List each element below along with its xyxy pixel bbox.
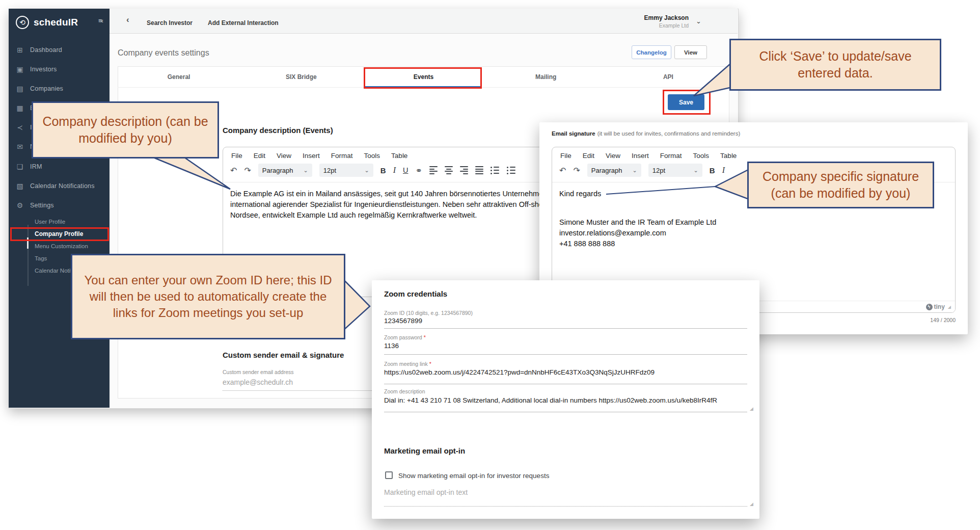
brand-name: schedulR <box>34 17 78 28</box>
link-icon[interactable]: ⚭ <box>415 166 422 175</box>
sidebar-item-investors[interactable]: ▣ Investors <box>16 63 57 75</box>
redo-icon[interactable]: ↷ <box>244 166 251 175</box>
topbar-link-add-external-interaction[interactable]: Add External Interaction <box>208 19 279 26</box>
sidebar-item-companies[interactable]: ▤ Companies <box>16 83 63 95</box>
topbar-link-search-investor[interactable]: Search Investor <box>147 19 193 26</box>
tiny-bolt-icon: ϟ <box>926 304 933 310</box>
callout-save: Click ‘Save’ to update/save entered data… <box>729 39 941 91</box>
menu-tools[interactable]: Tools <box>364 152 380 160</box>
custom-sender-email-input[interactable]: example@schedulr.ch <box>223 378 293 386</box>
sidebar-item-calendar-notifications[interactable]: ▧ Calendar Notifications <box>16 180 95 192</box>
menu-table[interactable]: Table <box>391 152 407 160</box>
menu-view[interactable]: View <box>277 152 291 160</box>
paragraph-select-value: Paragraph <box>262 167 293 174</box>
zoom-password-input[interactable]: 1136 <box>384 342 747 350</box>
section-heading-marketing-opt-in: Marketing email opt-in <box>384 446 465 455</box>
section-heading-zoom-credentials: Zoom credentials <box>384 289 447 298</box>
menu-insert[interactable]: Insert <box>632 152 649 160</box>
schedulr-logo-icon: ⟲ <box>16 16 29 29</box>
field-underline <box>384 506 747 507</box>
bold-icon[interactable]: B <box>710 166 715 175</box>
view-button[interactable]: View <box>674 45 707 59</box>
zoom-description-input[interactable]: Dial in: +41 43 210 71 08 Switzerland, A… <box>384 396 747 404</box>
undo-icon[interactable]: ↶ <box>230 166 237 175</box>
fontsize-select[interactable]: 12pt ⌄ <box>319 164 373 177</box>
menu-file[interactable]: File <box>560 152 571 160</box>
resize-handle-icon[interactable]: ◢ <box>750 501 753 507</box>
email-signature-label: Email signature <box>552 130 595 137</box>
sub-item-label: Tags <box>35 255 47 261</box>
align-center-icon[interactable] <box>445 166 453 174</box>
sidebar-item-label: Investors <box>30 66 57 73</box>
sidebar-item-label: Calendar Notifications <box>30 182 95 190</box>
redo-icon[interactable]: ↷ <box>573 166 580 175</box>
zoom-id-input[interactable]: 1234567899 <box>384 317 747 325</box>
user-menu[interactable]: Emmy Jackson Example Ltd <box>628 14 689 29</box>
back-chevron-icon[interactable]: ‹ <box>126 15 129 25</box>
menu-edit[interactable]: Edit <box>583 152 594 160</box>
user-company: Example Ltd <box>628 22 689 29</box>
investors-icon: ▣ <box>16 65 24 73</box>
numbered-list-icon[interactable] <box>507 167 516 174</box>
chat-icon: ❏ <box>16 163 24 171</box>
page-title: Company events settings <box>118 48 209 58</box>
required-mark: * <box>429 361 431 367</box>
sidebar-item-tags[interactable]: Tags <box>35 254 47 263</box>
tab-mailing[interactable]: Mailing <box>485 66 607 87</box>
underline-icon[interactable]: U <box>403 166 408 174</box>
email-signature-title: Email signature(it will be used for invi… <box>552 130 740 137</box>
menu-file[interactable]: File <box>231 152 242 160</box>
align-justify-icon[interactable] <box>475 166 483 174</box>
resize-handle-icon[interactable]: ◢ <box>948 305 951 309</box>
chevron-down-icon[interactable]: ⌄ <box>696 17 701 25</box>
sidebar-item-menu-customization[interactable]: Menu Customization <box>35 242 88 251</box>
italic-icon[interactable]: I <box>393 166 396 175</box>
email-signature-subtitle: (it will be used for invites, confirmati… <box>597 130 741 137</box>
paragraph-select-value: Paragraph <box>591 167 622 174</box>
sub-item-label: User Profile <box>35 219 65 225</box>
menu-tools[interactable]: Tools <box>693 152 710 160</box>
user-name: Emmy Jackson <box>628 14 689 21</box>
paragraph-select[interactable]: Paragraph ⌄ <box>587 164 641 177</box>
sidebar-item-irm[interactable]: ❏ IRM <box>16 161 42 173</box>
align-right-icon[interactable] <box>460 166 468 174</box>
changelog-button[interactable]: Changelog <box>632 45 671 59</box>
menu-format[interactable]: Format <box>660 152 682 160</box>
tab-six-bridge[interactable]: SIX Bridge <box>240 66 362 87</box>
sidebar-item-user-profile[interactable]: User Profile <box>35 217 65 226</box>
zoom-id-label: Zoom ID (10 digits, e.g. 1234567890) <box>384 310 474 316</box>
menu-table[interactable]: Table <box>720 152 737 160</box>
align-left-icon[interactable] <box>429 166 438 174</box>
italic-icon[interactable]: I <box>722 166 725 175</box>
tab-general[interactable]: General <box>118 66 240 87</box>
sidebar-collapse-icon[interactable]: ≡‹ <box>98 17 102 24</box>
paragraph-select[interactable]: Paragraph ⌄ <box>258 164 312 177</box>
bold-icon[interactable]: B <box>380 166 386 175</box>
chevron-down-icon: ⌄ <box>304 167 308 174</box>
sidebar-item-dashboard[interactable]: ⊞ Dashboard <box>16 44 62 56</box>
tinymce-logo[interactable]: ϟ tiny <box>926 303 945 310</box>
sidebar-item-label: IRM <box>30 163 42 170</box>
brand: ⟲ schedulR <box>16 15 102 30</box>
field-underline <box>384 412 747 412</box>
marketing-opt-in-checkbox[interactable] <box>385 471 393 479</box>
field-underline <box>384 328 747 329</box>
menu-format[interactable]: Format <box>331 152 353 160</box>
sidebar-item-settings[interactable]: ⚙ Settings <box>16 199 54 211</box>
fontsize-select[interactable]: 12pt ⌄ <box>648 164 702 177</box>
marketing-opt-in-text-input[interactable]: Marketing email opt-in text <box>384 488 468 496</box>
resize-handle-icon[interactable]: ◢ <box>750 406 753 411</box>
companies-icon: ▤ <box>16 85 24 93</box>
section-heading-custom-sender: Custom sender email & signature <box>223 351 344 359</box>
bullet-list-icon[interactable] <box>491 167 500 174</box>
menu-view[interactable]: View <box>606 152 620 160</box>
zoom-password-label: Zoom password* <box>384 334 426 340</box>
sidebar-item-label: Settings <box>30 202 54 209</box>
menu-edit[interactable]: Edit <box>254 152 265 160</box>
zoom-meeting-link-input[interactable]: https://us02web.zoom.us/j/4224742521?pwd… <box>384 368 747 376</box>
field-underline <box>384 354 747 355</box>
undo-icon[interactable]: ↶ <box>559 166 566 175</box>
tab-api[interactable]: API <box>607 66 729 87</box>
menu-insert[interactable]: Insert <box>303 152 320 160</box>
gear-icon: ⚙ <box>16 201 24 209</box>
